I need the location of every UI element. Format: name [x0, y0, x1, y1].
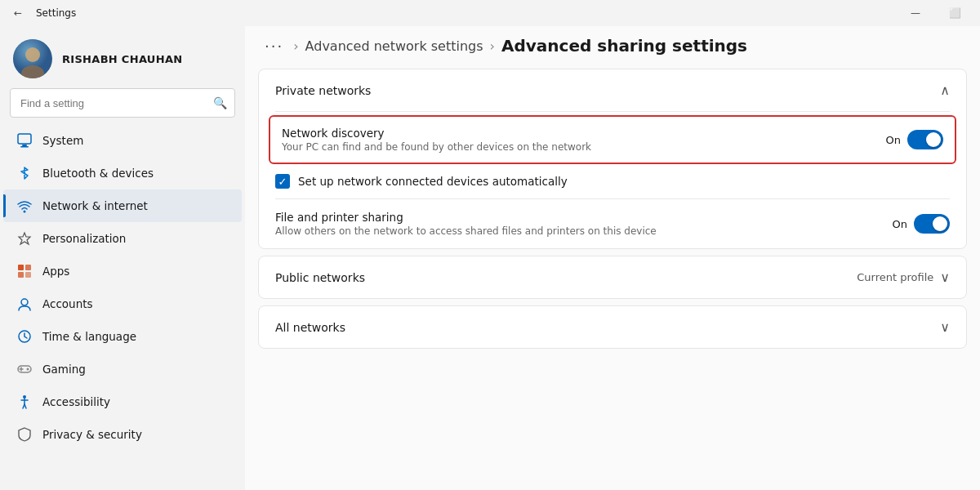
sidebar-item-label-network: Network & internet: [42, 199, 148, 212]
network-discovery-desc: Your PC can find and be found by other d…: [282, 141, 591, 153]
sidebar-item-label-bluetooth: Bluetooth & devices: [42, 167, 154, 180]
personalization-icon: [16, 230, 33, 247]
toggle-knob-fs: [933, 216, 947, 231]
svg-rect-3: [18, 134, 31, 144]
sidebar-item-label-gaming: Gaming: [42, 363, 86, 376]
sidebar-item-gaming[interactable]: Gaming: [3, 353, 242, 385]
sidebar-item-label-time: Time & language: [42, 330, 136, 343]
sidebar-item-accounts[interactable]: Accounts: [3, 287, 242, 320]
user-name: RISHABH CHAUHAN: [62, 53, 182, 65]
network-discovery-label: Network discovery: [282, 127, 591, 140]
search-icon: 🔍: [213, 96, 227, 109]
search-container: 🔍: [10, 88, 235, 118]
network-discovery-toggle-wrap: On: [886, 130, 943, 149]
file-sharing-info: File and printer sharing Allow others on…: [275, 211, 657, 237]
titlebar-left: ← Settings: [7, 0, 76, 26]
public-networks-meta: Current profile: [857, 271, 933, 283]
divider-1: [275, 111, 950, 112]
minimize-button[interactable]: —: [897, 0, 934, 26]
all-networks-header[interactable]: All networks ∨: [259, 306, 966, 348]
auto-setup-checkbox[interactable]: ✓: [275, 174, 290, 189]
public-networks-chevron: ∨: [940, 270, 950, 285]
breadcrumb-sep-1: ›: [293, 38, 298, 54]
svg-rect-7: [18, 265, 24, 270]
apps-icon: [16, 263, 33, 279]
sidebar-item-label-system: System: [42, 134, 83, 147]
svg-point-14: [27, 368, 29, 371]
network-discovery-info: Network discovery Your PC can find and b…: [282, 127, 591, 153]
sidebar: RISHABH CHAUHAN 🔍 System: [0, 26, 245, 490]
breadcrumb-link[interactable]: Advanced network settings: [305, 38, 483, 54]
sidebar-item-label-personalization: Personalization: [42, 232, 126, 245]
sidebar-item-label-accounts: Accounts: [42, 297, 93, 310]
public-networks-title: Public networks: [275, 271, 365, 284]
auto-setup-label: Set up network connected devices automat…: [298, 175, 568, 188]
sidebar-item-bluetooth[interactable]: Bluetooth & devices: [3, 157, 242, 189]
system-icon: [16, 132, 33, 149]
public-networks-section: Public networks Current profile ∨: [258, 256, 967, 299]
app-title: Settings: [36, 7, 76, 19]
window-controls: — ⬜: [897, 0, 973, 26]
toggle-knob: [926, 132, 941, 147]
checkbox-check-icon: ✓: [278, 176, 287, 187]
svg-rect-8: [25, 265, 31, 270]
titlebar: ← Settings — ⬜: [0, 0, 980, 26]
sidebar-item-network[interactable]: Network & internet: [3, 189, 242, 222]
file-sharing-toggle-wrap: On: [893, 214, 950, 234]
private-networks-title: Private networks: [275, 84, 371, 97]
app-container: RISHABH CHAUHAN 🔍 System: [0, 26, 980, 490]
user-section: RISHABH CHAUHAN: [0, 26, 245, 88]
svg-rect-5: [20, 146, 29, 148]
breadcrumb-current: Advanced sharing settings: [501, 36, 747, 56]
all-networks-title: All networks: [275, 321, 345, 334]
breadcrumb: ··· › Advanced network settings › Advanc…: [245, 26, 980, 69]
svg-point-1: [25, 47, 40, 62]
svg-point-11: [21, 299, 28, 305]
bluetooth-icon: [16, 165, 33, 181]
sidebar-item-apps[interactable]: Apps: [3, 255, 242, 287]
sidebar-item-time[interactable]: Time & language: [3, 320, 242, 353]
private-networks-section: Private networks ∧ Network discovery You…: [258, 69, 967, 249]
accessibility-icon: [16, 394, 33, 410]
public-networks-header[interactable]: Public networks Current profile ∨: [259, 256, 966, 298]
sidebar-item-system[interactable]: System: [3, 124, 242, 157]
sidebar-item-label-apps: Apps: [42, 265, 69, 278]
network-discovery-row: Network discovery Your PC can find and b…: [269, 115, 956, 164]
all-networks-section: All networks ∨: [258, 305, 967, 349]
breadcrumb-dots: ···: [265, 38, 283, 55]
private-networks-header[interactable]: Private networks ∧: [259, 69, 966, 111]
file-sharing-row: File and printer sharing Allow others on…: [259, 199, 966, 248]
sidebar-item-label-accessibility: Accessibility: [42, 395, 110, 408]
svg-rect-9: [18, 272, 24, 278]
search-input[interactable]: [10, 88, 235, 118]
private-networks-chevron: ∧: [940, 82, 950, 98]
accounts-icon: [16, 296, 33, 312]
file-sharing-label: File and printer sharing: [275, 211, 657, 224]
sidebar-item-personalization[interactable]: Personalization: [3, 222, 242, 255]
file-sharing-state: On: [893, 218, 907, 230]
network-discovery-toggle[interactable]: [907, 130, 943, 149]
auto-setup-row: ✓ Set up network connected devices autom…: [259, 167, 966, 198]
all-networks-chevron: ∨: [940, 319, 950, 335]
svg-rect-10: [25, 272, 31, 278]
network-discovery-state: On: [886, 134, 901, 146]
sidebar-item-privacy[interactable]: Privacy & security: [3, 418, 242, 451]
main-content: ··· › Advanced network settings › Advanc…: [245, 26, 980, 490]
privacy-icon: [16, 426, 33, 443]
file-sharing-toggle[interactable]: [914, 214, 950, 234]
breadcrumb-sep-2: ›: [490, 38, 495, 54]
svg-point-6: [24, 211, 26, 213]
gaming-icon: [16, 361, 33, 377]
time-icon: [16, 328, 33, 345]
back-button[interactable]: ←: [7, 0, 29, 26]
sidebar-item-label-privacy: Privacy & security: [42, 428, 142, 441]
network-icon: [16, 198, 33, 214]
avatar: [13, 39, 52, 78]
maximize-button[interactable]: ⬜: [936, 0, 973, 26]
file-sharing-desc: Allow others on the network to access sh…: [275, 225, 657, 237]
sidebar-item-accessibility[interactable]: Accessibility: [3, 385, 242, 418]
svg-rect-4: [22, 145, 27, 146]
